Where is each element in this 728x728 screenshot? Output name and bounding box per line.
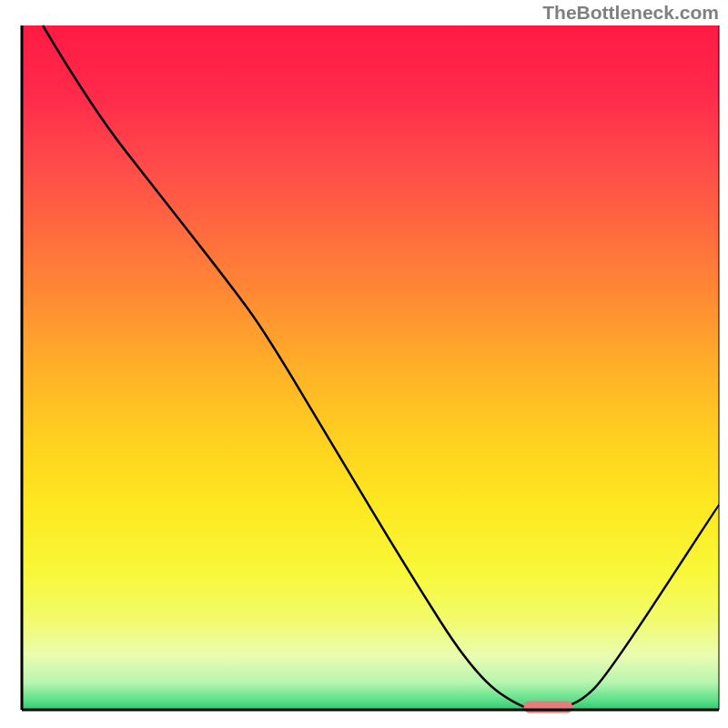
watermark-text: TheBottleneck.com — [542, 2, 719, 24]
chart-container: TheBottleneck.com — [0, 0, 728, 728]
bottleneck-chart — [0, 0, 728, 728]
plot-background — [22, 25, 719, 710]
optimal-marker — [524, 701, 573, 713]
